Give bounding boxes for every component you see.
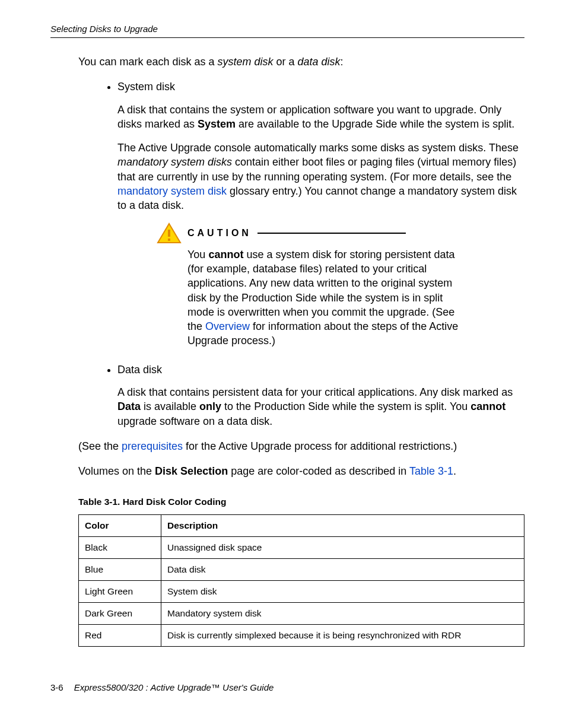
- text: are available to the Upgrade Side while …: [236, 118, 514, 130]
- footer-title: Express5800/320 : Active Upgrade™ User's…: [74, 682, 274, 692]
- text: page are color-coded as described in: [228, 465, 409, 477]
- text: A disk that contains persistent data for…: [117, 386, 513, 398]
- bold-cannot: cannot: [470, 400, 505, 412]
- caution-block: CAUTION You cannot use a system disk for…: [157, 222, 524, 348]
- text: use a system disk for storing persistent…: [187, 249, 455, 332]
- volumes-line: Volumes on the Disk Selection page are c…: [78, 464, 524, 478]
- text: is available: [141, 400, 199, 412]
- text: (See the: [78, 440, 122, 452]
- term-system-disk: system disk: [217, 56, 273, 68]
- italic-mandatory: mandatory system disks: [117, 156, 232, 168]
- cell-desc: Data disk: [161, 558, 524, 580]
- svg-rect-2: [168, 239, 170, 241]
- prerequisites-line: (See the prerequisites for the Active Up…: [78, 439, 524, 453]
- bold-system: System: [198, 118, 236, 130]
- color-coding-table: Color Description BlackUnassigned disk s…: [78, 514, 524, 647]
- cell-desc: Mandatory system disk: [161, 602, 524, 624]
- table-header-description: Description: [161, 514, 524, 536]
- table-caption: Table 3-1. Hard Disk Color Coding: [78, 497, 524, 507]
- body: You can mark each disk as a system disk …: [78, 55, 524, 647]
- link-overview[interactable]: Overview: [205, 320, 250, 332]
- list-item-data-disk: Data disk A disk that contains persisten…: [117, 363, 524, 428]
- text: or a: [274, 56, 298, 68]
- bullet-label: Data disk: [117, 363, 524, 377]
- table-row: Dark GreenMandatory system disk: [79, 602, 524, 624]
- table-header-color: Color: [79, 514, 161, 536]
- table-row: BlueData disk: [79, 558, 524, 580]
- page-root: Selecting Disks to Upgrade You can mark …: [0, 0, 566, 710]
- table-row: BlackUnassigned disk space: [79, 536, 524, 558]
- table-header-row: Color Description: [79, 514, 524, 536]
- table-row: RedDisk is currently simplexed because i…: [79, 624, 524, 646]
- system-disk-para-1: A disk that contains the system or appli…: [117, 103, 524, 132]
- caution-label: CAUTION: [187, 227, 252, 240]
- svg-rect-1: [168, 230, 170, 237]
- bullet-label: System disk: [117, 80, 524, 94]
- cell-color: Black: [79, 536, 161, 558]
- cell-color: Light Green: [79, 580, 161, 602]
- text: The Active Upgrade console automatically…: [117, 142, 519, 154]
- intro-paragraph: You can mark each disk as a system disk …: [78, 55, 524, 69]
- cell-color: Dark Green: [79, 602, 161, 624]
- page-footer: 3-6Express5800/320 : Active Upgrade™ Use…: [50, 676, 524, 692]
- cell-desc: System disk: [161, 580, 524, 602]
- text: for the Active Upgrade process for addit…: [183, 440, 457, 452]
- table-row: Light GreenSystem disk: [79, 580, 524, 602]
- bold-data: Data: [117, 400, 141, 412]
- list-item-system-disk: System disk A disk that contains the sys…: [117, 80, 524, 348]
- text: upgrade software on a data disk.: [117, 415, 272, 427]
- caution-body: You cannot use a system disk for storing…: [187, 247, 469, 348]
- cell-desc: Unassigned disk space: [161, 536, 524, 558]
- cell-color: Red: [79, 624, 161, 646]
- link-prerequisites[interactable]: prerequisites: [122, 440, 183, 452]
- text: You: [187, 249, 208, 260]
- running-header: Selecting Disks to Upgrade: [50, 24, 524, 38]
- bold-only: only: [199, 400, 221, 412]
- link-mandatory-system-disk[interactable]: mandatory system disk: [117, 185, 227, 197]
- warning-triangle-icon: [157, 222, 182, 244]
- caution-header: CAUTION: [157, 222, 524, 244]
- text: to the Production Side while the system …: [221, 400, 470, 412]
- bold-disk-selection: Disk Selection: [155, 465, 228, 477]
- text: .: [453, 465, 456, 477]
- disk-type-list: System disk A disk that contains the sys…: [78, 80, 524, 428]
- system-disk-para-2: The Active Upgrade console automatically…: [117, 141, 524, 212]
- text: You can mark each disk as a: [78, 56, 217, 68]
- text: :: [341, 56, 344, 68]
- cell-color: Blue: [79, 558, 161, 580]
- link-table-3-1[interactable]: Table 3-1: [409, 465, 453, 477]
- term-data-disk: data disk: [298, 56, 341, 68]
- caution-rule: [257, 233, 406, 234]
- bold-cannot: cannot: [208, 249, 243, 260]
- page-number: 3-6: [50, 682, 63, 692]
- data-disk-para-1: A disk that contains persistent data for…: [117, 385, 524, 428]
- cell-desc: Disk is currently simplexed because it i…: [161, 624, 524, 646]
- text: Volumes on the: [78, 465, 155, 477]
